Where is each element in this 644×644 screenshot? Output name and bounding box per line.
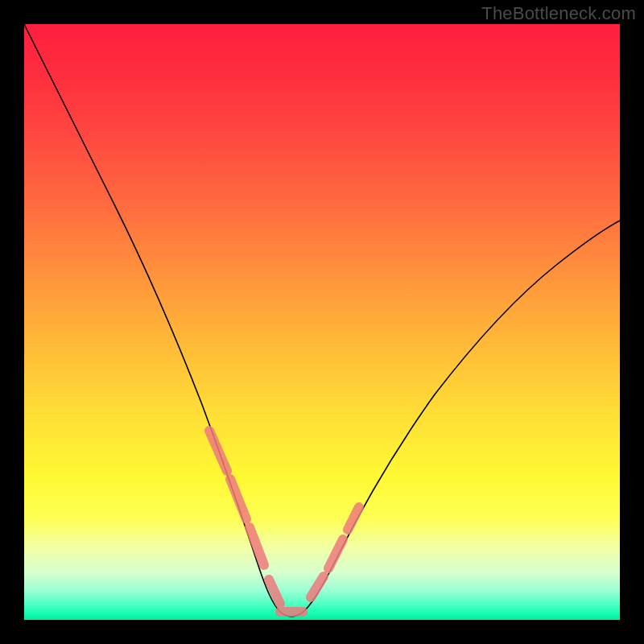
curve-layer xyxy=(24,24,620,620)
watermark-text: TheBottleneck.com xyxy=(481,3,636,24)
plot-area xyxy=(24,24,620,620)
bottleneck-curve xyxy=(24,24,620,617)
marker-right-slope xyxy=(311,507,359,597)
chart-frame: TheBottleneck.com xyxy=(0,0,644,644)
marker-valley-floor xyxy=(269,580,303,612)
marker-left-slope xyxy=(209,431,264,565)
